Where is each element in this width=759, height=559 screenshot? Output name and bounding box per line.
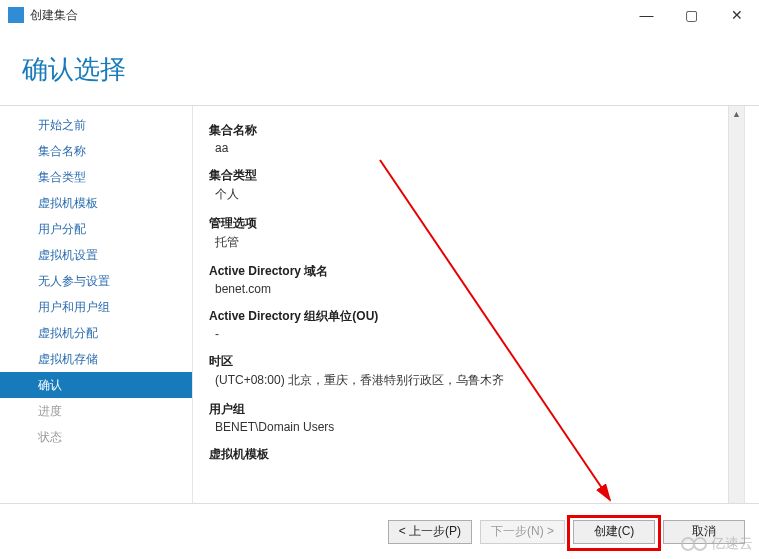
nav-item-7[interactable]: 用户和用户组 <box>0 294 192 320</box>
summary-value: 个人 <box>209 184 740 203</box>
nav-item-5[interactable]: 虚拟机设置 <box>0 242 192 268</box>
nav-item-11: 进度 <box>0 398 192 424</box>
nav-item-9[interactable]: 虚拟机存储 <box>0 346 192 372</box>
wizard-nav: 开始之前集合名称集合类型虚拟机模板用户分配虚拟机设置无人参与设置用户和用户组虚拟… <box>0 106 192 523</box>
previous-button[interactable]: < 上一步(P) <box>388 520 472 544</box>
summary-label: 管理选项 <box>209 215 740 232</box>
summary-label: Active Directory 组织单位(OU) <box>209 308 740 325</box>
summary-value: (UTC+08:00) 北京，重庆，香港特别行政区，乌鲁木齐 <box>209 370 740 389</box>
summary-label: 虚拟机模板 <box>209 446 740 463</box>
summary-label: 集合名称 <box>209 122 740 139</box>
app-icon <box>8 7 24 23</box>
summary-value <box>209 463 740 465</box>
close-button[interactable]: ✕ <box>714 0 759 30</box>
summary-value: benet.com <box>209 280 740 296</box>
nav-item-1[interactable]: 集合名称 <box>0 138 192 164</box>
nav-item-4[interactable]: 用户分配 <box>0 216 192 242</box>
title-bar: 创建集合 — ▢ ✕ <box>0 0 759 30</box>
cancel-button[interactable]: 取消 <box>663 520 745 544</box>
maximize-button[interactable]: ▢ <box>669 0 714 30</box>
nav-item-10[interactable]: 确认 <box>0 372 192 398</box>
nav-item-3[interactable]: 虚拟机模板 <box>0 190 192 216</box>
summary-label: 集合类型 <box>209 167 740 184</box>
nav-item-8[interactable]: 虚拟机分配 <box>0 320 192 346</box>
nav-item-6[interactable]: 无人参与设置 <box>0 268 192 294</box>
wizard-body: 开始之前集合名称集合类型虚拟机模板用户分配虚拟机设置无人参与设置用户和用户组虚拟… <box>0 105 759 523</box>
minimize-button[interactable]: — <box>624 0 669 30</box>
page-title: 确认选择 <box>0 30 759 105</box>
create-button[interactable]: 创建(C) <box>573 520 655 544</box>
next-button: 下一步(N) > <box>480 520 565 544</box>
summary-label: 时区 <box>209 353 740 370</box>
window-title: 创建集合 <box>30 7 78 24</box>
summary-panel: 集合名称aa集合类型个人管理选项托管Active Directory 域名ben… <box>192 106 745 523</box>
scroll-up-icon[interactable]: ▲ <box>729 106 744 122</box>
nav-item-12: 状态 <box>0 424 192 450</box>
summary-value: BENET\Domain Users <box>209 418 740 434</box>
scrollbar[interactable]: ▲ ▼ <box>728 106 744 523</box>
summary-value: - <box>209 325 740 341</box>
summary-value: 托管 <box>209 232 740 251</box>
nav-item-0[interactable]: 开始之前 <box>0 112 192 138</box>
summary-value: aa <box>209 139 740 155</box>
summary-label: Active Directory 域名 <box>209 263 740 280</box>
nav-item-2[interactable]: 集合类型 <box>0 164 192 190</box>
wizard-footer: < 上一步(P) 下一步(N) > 创建(C) 取消 <box>0 503 759 559</box>
summary-label: 用户组 <box>209 401 740 418</box>
